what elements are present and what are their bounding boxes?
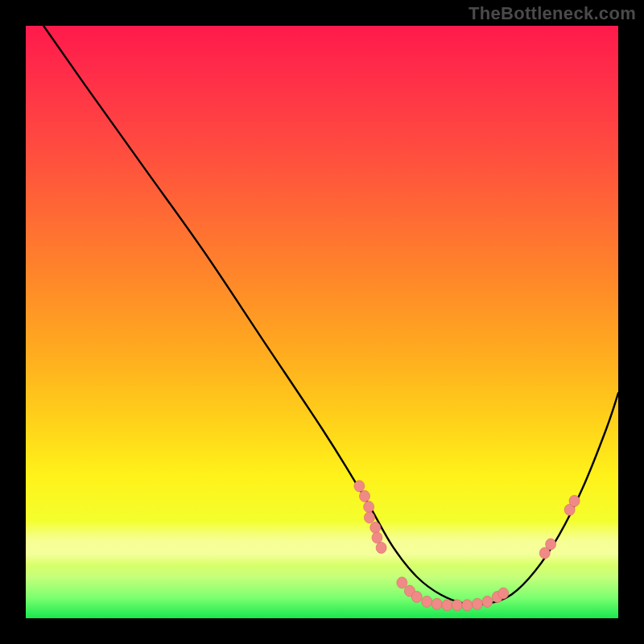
watermark-label: TheBottleneck.com <box>469 3 636 24</box>
chart-frame: TheBottleneck.com <box>0 0 644 644</box>
plot-gradient-area <box>26 26 618 618</box>
